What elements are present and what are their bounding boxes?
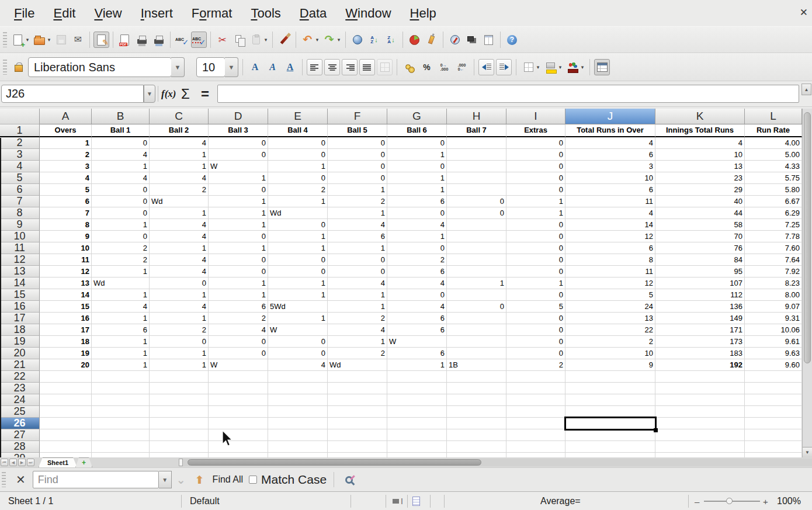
new-document-button[interactable]: +: [10, 32, 26, 48]
cell-B17[interactable]: 1: [92, 313, 150, 324]
font-size-combobox[interactable]: 10: [196, 57, 225, 77]
cell-H5[interactable]: [447, 172, 506, 184]
cell-F9[interactable]: 4: [328, 219, 387, 231]
cell-L13[interactable]: 7.92: [745, 266, 802, 277]
row-header-19[interactable]: 19: [0, 336, 40, 348]
cell-F20[interactable]: 2: [328, 348, 387, 359]
cell-I28[interactable]: [506, 441, 565, 453]
cell-C7[interactable]: Wd: [150, 196, 209, 207]
increase-indent-button[interactable]: [496, 59, 512, 75]
open-button[interactable]: [32, 32, 47, 48]
cell-F4[interactable]: 0: [328, 161, 387, 172]
cell-E20[interactable]: 0: [268, 348, 328, 359]
cell-J7[interactable]: 11: [565, 196, 655, 207]
cell-C29[interactable]: [150, 453, 209, 457]
cell-D13[interactable]: 0: [209, 266, 268, 277]
cell-J23[interactable]: [565, 383, 655, 394]
cell-J29[interactable]: [565, 453, 655, 457]
row-header-20[interactable]: 20: [0, 348, 40, 359]
cell-D11[interactable]: 1: [209, 242, 268, 254]
cell-D20[interactable]: 0: [209, 348, 268, 359]
cell-A17[interactable]: 16: [40, 313, 92, 324]
column-header-E[interactable]: E: [268, 109, 328, 124]
cell-H19[interactable]: [447, 336, 506, 348]
clone-formatting-button[interactable]: [276, 32, 292, 48]
cell-G7[interactable]: 6: [387, 196, 447, 207]
column-header-C[interactable]: C: [150, 109, 209, 124]
cell-A19[interactable]: 18: [40, 336, 92, 348]
cell-G19[interactable]: W: [387, 336, 447, 348]
cell-E19[interactable]: 0: [268, 336, 328, 348]
cell-C10[interactable]: 4: [150, 231, 209, 242]
column-header-D[interactable]: D: [209, 109, 268, 124]
cell-I21[interactable]: 2: [506, 359, 565, 371]
cell-B22[interactable]: [92, 371, 150, 383]
name-box[interactable]: J26: [1, 85, 144, 103]
cell-J15[interactable]: 5: [565, 289, 655, 301]
row-header-24[interactable]: 24: [0, 394, 40, 406]
menu-view[interactable]: View: [85, 6, 131, 21]
zoom-in-button[interactable]: +: [763, 492, 768, 510]
cell-K18[interactable]: 171: [655, 324, 745, 336]
cell-L4[interactable]: 4.33: [745, 161, 802, 172]
cell-I23[interactable]: [506, 383, 565, 394]
cell-I6[interactable]: 0: [506, 184, 565, 196]
cell-C26[interactable]: [150, 418, 209, 429]
header-cell-A1[interactable]: Overs: [40, 124, 92, 137]
cell-C8[interactable]: 1: [150, 207, 209, 219]
cell-L24[interactable]: [745, 394, 802, 406]
cell-D24[interactable]: [209, 394, 268, 406]
cell-G29[interactable]: [387, 453, 447, 457]
cell-E16[interactable]: 5Wd: [268, 301, 328, 313]
cell-A5[interactable]: 4: [40, 172, 92, 184]
cell-F25[interactable]: [328, 406, 387, 418]
find-input[interactable]: [33, 471, 159, 488]
cell-C2[interactable]: 4: [150, 137, 209, 149]
cell-F19[interactable]: 1: [328, 336, 387, 348]
cell-F16[interactable]: 1: [328, 301, 387, 313]
cell-G18[interactable]: 6: [387, 324, 447, 336]
cell-B28[interactable]: [92, 441, 150, 453]
row-header-18[interactable]: 18: [0, 324, 40, 336]
cell-C6[interactable]: 2: [150, 184, 209, 196]
styles-button[interactable]: [11, 59, 26, 75]
cell-I16[interactable]: 5: [506, 301, 565, 313]
row-header-28[interactable]: 28: [0, 441, 40, 453]
cell-D3[interactable]: 0: [209, 149, 268, 161]
cell-C21[interactable]: 1: [150, 359, 209, 371]
row-header-5[interactable]: 5: [0, 172, 40, 184]
horizontal-scroll-thumb[interactable]: [188, 459, 481, 466]
cell-B9[interactable]: 1: [92, 219, 150, 231]
cell-G11[interactable]: 0: [387, 242, 447, 254]
cell-L20[interactable]: 9.63: [745, 348, 802, 359]
cell-C13[interactable]: 4: [150, 266, 209, 277]
cell-E21[interactable]: 4: [268, 359, 328, 371]
cell-A9[interactable]: 8: [40, 219, 92, 231]
cell-A16[interactable]: 15: [40, 301, 92, 313]
cell-E24[interactable]: [268, 394, 328, 406]
cell-B15[interactable]: 1: [92, 289, 150, 301]
cell-I17[interactable]: 0: [506, 313, 565, 324]
menu-edit[interactable]: Edit: [44, 6, 85, 21]
last-sheet-button[interactable]: ⏭: [27, 459, 34, 466]
cell-G2[interactable]: 0: [387, 137, 447, 149]
cell-I8[interactable]: 1: [506, 207, 565, 219]
cell-H28[interactable]: [447, 441, 506, 453]
align-left-button[interactable]: [307, 59, 322, 75]
cell-H23[interactable]: [447, 383, 506, 394]
column-header-K[interactable]: K: [655, 109, 745, 124]
cell-K13[interactable]: 95: [655, 266, 745, 277]
cell-D9[interactable]: 1: [209, 219, 268, 231]
cell-G27[interactable]: [387, 429, 447, 441]
cell-E28[interactable]: [268, 441, 328, 453]
cell-E7[interactable]: 1: [268, 196, 328, 207]
cell-J2[interactable]: 4: [565, 137, 655, 149]
cell-H15[interactable]: [447, 289, 506, 301]
cell-J28[interactable]: [565, 441, 655, 453]
cell-K4[interactable]: 13: [655, 161, 745, 172]
name-box-dropdown[interactable]: ▼: [144, 85, 155, 103]
cell-H4[interactable]: [447, 161, 506, 172]
cell-L29[interactable]: [745, 453, 802, 457]
window-close-icon[interactable]: ✕: [800, 6, 808, 19]
sum-button[interactable]: Σ: [181, 85, 190, 103]
